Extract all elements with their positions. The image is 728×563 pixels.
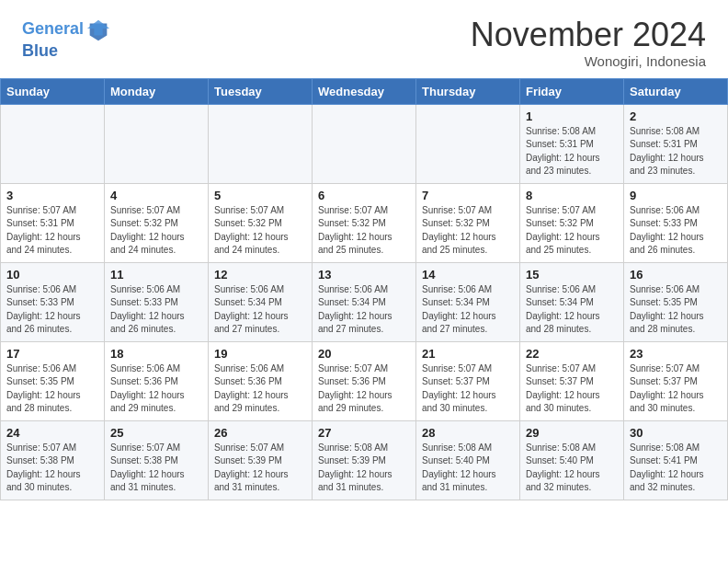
week-row-4: 17Sunrise: 5:06 AM Sunset: 5:35 PM Dayli…	[1, 341, 728, 420]
day-info: Sunrise: 5:06 AM Sunset: 5:36 PM Dayligh…	[110, 362, 202, 416]
day-info: Sunrise: 5:06 AM Sunset: 5:34 PM Dayligh…	[526, 283, 618, 337]
day-info: Sunrise: 5:08 AM Sunset: 5:39 PM Dayligh…	[318, 442, 410, 495]
weekday-saturday: Saturday	[624, 78, 728, 104]
weekday-header-row: SundayMondayTuesdayWednesdayThursdayFrid…	[1, 78, 728, 104]
day-number: 11	[110, 268, 202, 282]
day-cell: 24Sunrise: 5:07 AM Sunset: 5:38 PM Dayli…	[1, 420, 105, 500]
header: General Blue November 2024 Wonogiri, Ind…	[0, 0, 728, 78]
logo-text: General	[22, 20, 84, 39]
weekday-monday: Monday	[105, 78, 209, 104]
day-info: Sunrise: 5:06 AM Sunset: 5:33 PM Dayligh…	[6, 283, 98, 337]
day-cell: 17Sunrise: 5:06 AM Sunset: 5:35 PM Dayli…	[1, 341, 105, 420]
day-info: Sunrise: 5:07 AM Sunset: 5:36 PM Dayligh…	[318, 362, 410, 416]
day-cell: 15Sunrise: 5:06 AM Sunset: 5:34 PM Dayli…	[520, 262, 624, 341]
day-number: 19	[214, 347, 306, 361]
day-number: 6	[318, 189, 410, 202]
day-number: 27	[318, 426, 410, 440]
month-title: November 2024	[471, 17, 706, 53]
day-info: Sunrise: 5:08 AM Sunset: 5:40 PM Dayligh…	[526, 442, 618, 495]
day-info: Sunrise: 5:07 AM Sunset: 5:37 PM Dayligh…	[422, 362, 514, 416]
day-cell: 21Sunrise: 5:07 AM Sunset: 5:37 PM Dayli…	[416, 341, 520, 420]
day-number: 23	[630, 347, 722, 361]
day-cell: 26Sunrise: 5:07 AM Sunset: 5:39 PM Dayli…	[209, 420, 313, 500]
day-cell: 14Sunrise: 5:06 AM Sunset: 5:34 PM Dayli…	[416, 262, 520, 341]
day-info: Sunrise: 5:08 AM Sunset: 5:31 PM Dayligh…	[630, 125, 722, 178]
day-cell: 7Sunrise: 5:07 AM Sunset: 5:32 PM Daylig…	[416, 183, 520, 262]
day-info: Sunrise: 5:07 AM Sunset: 5:32 PM Dayligh…	[318, 204, 410, 258]
day-number: 21	[422, 347, 514, 361]
day-cell: 28Sunrise: 5:08 AM Sunset: 5:40 PM Dayli…	[416, 420, 520, 500]
day-number: 26	[214, 426, 306, 440]
day-number: 5	[214, 189, 306, 202]
day-number: 3	[6, 189, 98, 202]
day-number: 17	[6, 347, 98, 361]
day-info: Sunrise: 5:07 AM Sunset: 5:37 PM Dayligh…	[630, 362, 722, 416]
day-number: 10	[6, 268, 98, 282]
day-cell	[416, 104, 520, 183]
day-number: 30	[630, 426, 722, 440]
day-number: 18	[110, 347, 202, 361]
day-cell	[313, 104, 416, 183]
weekday-tuesday: Tuesday	[209, 78, 313, 104]
day-info: Sunrise: 5:06 AM Sunset: 5:33 PM Dayligh…	[110, 283, 202, 337]
day-cell: 10Sunrise: 5:06 AM Sunset: 5:33 PM Dayli…	[1, 262, 105, 341]
day-info: Sunrise: 5:06 AM Sunset: 5:34 PM Dayligh…	[422, 283, 514, 337]
logo-blue: Blue	[22, 42, 111, 61]
day-cell	[105, 104, 209, 183]
weekday-thursday: Thursday	[416, 78, 520, 104]
day-info: Sunrise: 5:07 AM Sunset: 5:39 PM Dayligh…	[214, 442, 306, 495]
logo: General Blue	[22, 17, 111, 61]
day-cell: 5Sunrise: 5:07 AM Sunset: 5:32 PM Daylig…	[209, 183, 313, 262]
day-cell: 4Sunrise: 5:07 AM Sunset: 5:32 PM Daylig…	[105, 183, 209, 262]
day-cell: 11Sunrise: 5:06 AM Sunset: 5:33 PM Dayli…	[105, 262, 209, 341]
calendar-table: SundayMondayTuesdayWednesdayThursdayFrid…	[0, 78, 728, 500]
day-number: 7	[422, 189, 514, 202]
day-cell: 27Sunrise: 5:08 AM Sunset: 5:39 PM Dayli…	[313, 420, 416, 500]
day-number: 29	[526, 426, 618, 440]
day-info: Sunrise: 5:06 AM Sunset: 5:36 PM Dayligh…	[214, 362, 306, 416]
day-info: Sunrise: 5:06 AM Sunset: 5:33 PM Dayligh…	[630, 204, 722, 258]
week-row-2: 3Sunrise: 5:07 AM Sunset: 5:31 PM Daylig…	[1, 183, 728, 262]
weekday-wednesday: Wednesday	[313, 78, 416, 104]
day-info: Sunrise: 5:07 AM Sunset: 5:32 PM Dayligh…	[526, 204, 618, 258]
day-cell: 9Sunrise: 5:06 AM Sunset: 5:33 PM Daylig…	[624, 183, 728, 262]
day-info: Sunrise: 5:06 AM Sunset: 5:34 PM Dayligh…	[214, 283, 306, 337]
day-number: 20	[318, 347, 410, 361]
week-row-3: 10Sunrise: 5:06 AM Sunset: 5:33 PM Dayli…	[1, 262, 728, 341]
day-cell: 19Sunrise: 5:06 AM Sunset: 5:36 PM Dayli…	[209, 341, 313, 420]
day-number: 13	[318, 268, 410, 282]
weekday-friday: Friday	[520, 78, 624, 104]
day-info: Sunrise: 5:07 AM Sunset: 5:32 PM Dayligh…	[110, 204, 202, 258]
weekday-sunday: Sunday	[1, 78, 105, 104]
day-number: 12	[214, 268, 306, 282]
day-cell: 25Sunrise: 5:07 AM Sunset: 5:38 PM Dayli…	[105, 420, 209, 500]
day-cell: 12Sunrise: 5:06 AM Sunset: 5:34 PM Dayli…	[209, 262, 313, 341]
day-cell: 16Sunrise: 5:06 AM Sunset: 5:35 PM Dayli…	[624, 262, 728, 341]
day-cell: 2Sunrise: 5:08 AM Sunset: 5:31 PM Daylig…	[624, 104, 728, 183]
day-number: 1	[526, 109, 618, 123]
day-cell: 20Sunrise: 5:07 AM Sunset: 5:36 PM Dayli…	[313, 341, 416, 420]
day-info: Sunrise: 5:07 AM Sunset: 5:37 PM Dayligh…	[526, 362, 618, 416]
day-cell	[209, 104, 313, 183]
day-number: 2	[630, 109, 722, 123]
day-number: 14	[422, 268, 514, 282]
day-info: Sunrise: 5:06 AM Sunset: 5:35 PM Dayligh…	[6, 362, 98, 416]
day-number: 24	[6, 426, 98, 440]
day-number: 9	[630, 189, 722, 202]
day-cell: 23Sunrise: 5:07 AM Sunset: 5:37 PM Dayli…	[624, 341, 728, 420]
location: Wonogiri, Indonesia	[471, 53, 706, 69]
day-number: 15	[526, 268, 618, 282]
logo-general: General	[22, 19, 84, 38]
day-info: Sunrise: 5:08 AM Sunset: 5:31 PM Dayligh…	[526, 125, 618, 178]
day-number: 8	[526, 189, 618, 202]
day-cell: 3Sunrise: 5:07 AM Sunset: 5:31 PM Daylig…	[1, 183, 105, 262]
logo-icon	[85, 17, 111, 42]
day-cell: 22Sunrise: 5:07 AM Sunset: 5:37 PM Dayli…	[520, 341, 624, 420]
day-info: Sunrise: 5:07 AM Sunset: 5:31 PM Dayligh…	[6, 204, 98, 258]
day-number: 22	[526, 347, 618, 361]
day-number: 28	[422, 426, 514, 440]
day-info: Sunrise: 5:07 AM Sunset: 5:32 PM Dayligh…	[214, 204, 306, 258]
week-row-5: 24Sunrise: 5:07 AM Sunset: 5:38 PM Dayli…	[1, 420, 728, 500]
calendar-page: General Blue November 2024 Wonogiri, Ind…	[0, 0, 728, 500]
title-block: November 2024 Wonogiri, Indonesia	[471, 17, 706, 69]
